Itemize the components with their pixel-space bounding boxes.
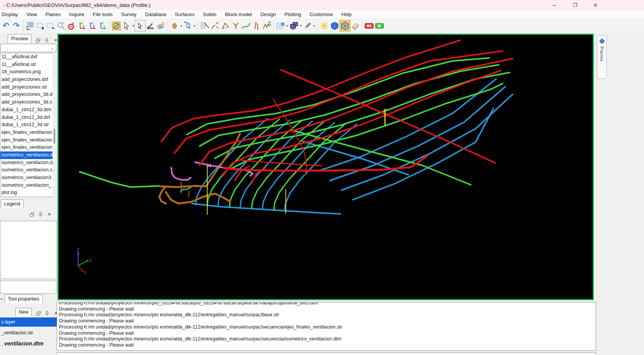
- view-zx-axis-icon[interactable]: ZX: [87, 20, 97, 31]
- pin-icon[interactable]: [44, 311, 50, 316]
- file-list-item[interactable]: 11__aÑofinal.str: [0, 61, 52, 69]
- data-point-icon[interactable]: [66, 20, 77, 31]
- close-panel-icon[interactable]: ✕: [47, 212, 52, 217]
- layer-list-item[interactable]: s layer: [0, 317, 57, 327]
- file-list-item[interactable]: 18_isometrico.png: [0, 68, 52, 76]
- menu-design[interactable]: Design: [256, 12, 280, 17]
- string-doc-icon[interactable]: [200, 20, 210, 31]
- preview-file-combobox[interactable]: ⌄: [0, 44, 56, 52]
- smooth-curve-icon[interactable]: [241, 20, 251, 31]
- edit-pencil-icon[interactable]: [302, 20, 313, 31]
- zoom-in-icon[interactable]: [35, 20, 46, 31]
- reverse-string-icon[interactable]: [251, 20, 262, 31]
- pin-icon[interactable]: [38, 212, 43, 217]
- menu-file-tools[interactable]: File tools: [88, 12, 117, 17]
- tab-preview[interactable]: Preview: [8, 34, 31, 43]
- move-axes-icon[interactable]: [145, 20, 156, 31]
- file-list-item[interactable]: dubai_1_ctm12_3d.dxf: [0, 114, 52, 122]
- render-wireframe-icon[interactable]: [340, 20, 350, 31]
- chevron-down-icon[interactable]: ▾: [1, 297, 3, 301]
- menu-plotting[interactable]: Plotting: [280, 12, 305, 17]
- dropdown-arrow-icon[interactable]: ▾: [313, 24, 316, 28]
- scrollbar-thumb[interactable]: [54, 129, 55, 143]
- file-list-item[interactable]: add_proyecciones_3d.str: [0, 99, 52, 106]
- file-list-item[interactable]: isometrico_ventilacion3: [0, 174, 52, 182]
- dropdown-arrow-icon[interactable]: ▾: [180, 24, 183, 28]
- close-button[interactable]: ✕: [587, 0, 604, 10]
- play-icon[interactable]: [374, 20, 385, 31]
- menu-survey[interactable]: Survey: [117, 12, 141, 17]
- layer-list-item[interactable]: _ventilacion.str: [0, 328, 57, 337]
- file-list-item[interactable]: 11__aÑofinal.dxf: [0, 53, 52, 61]
- file-list-item[interactable]: plot.log: [0, 189, 52, 197]
- file-list-item[interactable]: add_proyecciones_3d.dxf: [0, 91, 52, 99]
- file-list-scrollbar[interactable]: [52, 53, 57, 196]
- log-line: Drawing commencing - Please wait: [59, 342, 594, 348]
- file-list-item[interactable]: dubai_1_ctm12_3d.str: [0, 121, 52, 129]
- menu-inquire[interactable]: Inquire: [65, 12, 88, 17]
- display-monitor-icon[interactable]: [289, 20, 299, 31]
- tab-new-layer[interactable]: New: [15, 308, 32, 316]
- file-list-item[interactable]: ejes_finales_ventilacion: [0, 136, 52, 144]
- file-list-item[interactable]: isometrico_ventilacion.dxf: [0, 159, 52, 167]
- float-window-icon[interactable]: [29, 212, 34, 217]
- box-select-icon[interactable]: [135, 20, 145, 31]
- file-list-item[interactable]: dubai_1_ctm12_3d.dtm: [0, 106, 52, 114]
- tab-tool-properties[interactable]: Tool properties: [5, 294, 43, 303]
- menu-view[interactable]: View: [22, 12, 41, 17]
- dropdown-arrow-icon[interactable]: ▾: [299, 24, 302, 28]
- select-cursor-icon[interactable]: [121, 20, 132, 31]
- menu-planes[interactable]: Planes: [41, 12, 65, 17]
- file-list-item[interactable]: add_proyecciones.str: [0, 84, 52, 91]
- maximize-button[interactable]: ❐: [567, 0, 583, 10]
- undo-icon[interactable]: ↶: [1, 20, 11, 31]
- file-list-item[interactable]: isometrico_ventilacion.str: [0, 166, 52, 174]
- minimize-button[interactable]: ─: [546, 0, 563, 10]
- record-icon[interactable]: [364, 20, 374, 31]
- menu-display[interactable]: Display: [0, 12, 22, 17]
- file-list-item[interactable]: ejes_finales_ventilacion: [0, 144, 52, 151]
- menu-database[interactable]: Database: [141, 12, 171, 17]
- pin-icon[interactable]: [44, 38, 49, 43]
- command-strip[interactable]: [57, 352, 596, 355]
- menu-surfaces[interactable]: Surfaces: [170, 12, 198, 17]
- file-list-item[interactable]: ejes_finales_ventilacion: [0, 129, 52, 136]
- tool-properties-tab-row: ▾ Tool properties: [1, 294, 43, 303]
- close-string-icon[interactable]: [220, 20, 231, 31]
- view-zy-axis-icon[interactable]: ZY: [97, 20, 108, 31]
- segment-y-icon[interactable]: [231, 20, 241, 31]
- orientation-compass-icon[interactable]: [111, 20, 121, 31]
- break-line-icon[interactable]: [210, 20, 220, 31]
- message-log[interactable]: Processing h:/mi unidad/proyectos minero…: [57, 302, 596, 351]
- tab-legend[interactable]: Legend: [1, 199, 24, 208]
- file-list-item[interactable]: add_proyecciones.dxf: [0, 76, 52, 84]
- menu-help[interactable]: Help: [337, 12, 356, 17]
- render-solid-icon[interactable]: [329, 20, 340, 31]
- properties-info-icon[interactable]: i: [275, 20, 286, 31]
- renumber-string-icon[interactable]: +1: [262, 20, 272, 31]
- layer-list-item[interactable]: _ventilacion.dtm: [0, 339, 57, 348]
- layer-view-icon[interactable]: [156, 20, 166, 31]
- redo-icon[interactable]: ↷: [11, 20, 21, 31]
- file-list-item[interactable]: isometrico_ventilacion_: [0, 182, 52, 189]
- eraser-icon[interactable]: [350, 20, 361, 31]
- dropdown-arrow-icon[interactable]: ▾: [132, 24, 135, 28]
- view-yx-axis-icon[interactable]: YX: [77, 20, 87, 31]
- dropdown-arrow-icon[interactable]: ▾: [193, 24, 196, 28]
- file-list-item[interactable]: isometrico_ventilacion.dtm: [0, 151, 52, 159]
- lighting-sun-icon[interactable]: [319, 20, 329, 31]
- float-window-icon[interactable]: [35, 38, 41, 43]
- graphics-viewport[interactable]: ZYX: [57, 34, 594, 300]
- menu-solids[interactable]: Solids: [199, 12, 221, 17]
- menu-block-model[interactable]: Block model: [221, 12, 256, 17]
- planes-dock-tab[interactable]: Planes: [597, 35, 607, 79]
- zoom-magnifier-icon[interactable]: [56, 20, 66, 31]
- reset-graphics-icon[interactable]: [25, 20, 35, 31]
- string-polyline: [274, 123, 346, 210]
- menu-customise[interactable]: Customise: [305, 12, 337, 17]
- digitise-plane-icon[interactable]: [183, 20, 193, 31]
- zoom-out-icon[interactable]: [46, 20, 56, 31]
- bead-icon[interactable]: [169, 20, 180, 31]
- dropdown-arrow-icon[interactable]: ▾: [286, 24, 289, 28]
- float-window-icon[interactable]: [36, 311, 41, 316]
